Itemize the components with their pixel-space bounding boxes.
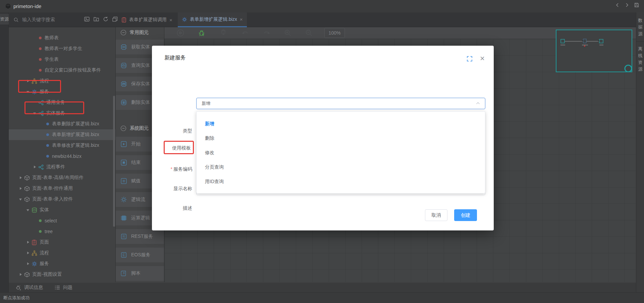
script-scroll-icon (120, 270, 127, 277)
document-red-icon (32, 240, 37, 245)
tree-item[interactable]: 学生表 (9, 54, 115, 65)
package-icon (24, 272, 30, 277)
problems-list-icon (54, 285, 60, 291)
tab-form-extend-logic-call[interactable]: 表单扩展逻辑调用 × (117, 12, 176, 27)
chevron-down-icon[interactable] (26, 208, 30, 212)
palette-item-eos-service[interactable]: EEOS服务 (116, 248, 164, 262)
tree-item-page-group[interactable]: 页面-表单-高级/布局组件 (9, 172, 115, 183)
search-input[interactable]: 输入关键字搜索 (13, 16, 80, 24)
status-message: 断点添加成功 (3, 295, 30, 301)
end-stop-icon (120, 159, 127, 166)
collapse-circle-icon[interactable] (120, 30, 126, 36)
zoom-out-icon[interactable] (305, 29, 314, 38)
tree-item-bizx[interactable]: newbiz44.bizx (9, 151, 115, 162)
chevron-right-icon[interactable] (19, 186, 23, 190)
dropdown-option-add[interactable]: 新增 (197, 117, 485, 131)
gear-blue-icon (182, 17, 187, 22)
annotation-box-services (18, 80, 61, 93)
compute-chip-icon (120, 215, 127, 221)
zoom-level-indicator[interactable]: 100% (324, 28, 345, 38)
collapse-circle-icon[interactable] (120, 125, 126, 131)
tree-item[interactable]: 教师表 (9, 33, 115, 43)
new-folder-icon[interactable] (93, 16, 99, 22)
step-debug-icon[interactable] (219, 29, 228, 38)
chevron-right-icon[interactable] (26, 240, 30, 244)
save-icon[interactable] (634, 2, 639, 8)
tree-item-pages[interactable]: 页面 (9, 237, 115, 248)
panel-tab-datasource[interactable]: 数据源 (636, 14, 644, 40)
tree-item-page-group[interactable]: 页面-表单-录入控件 (9, 194, 115, 205)
tab-form-add-extend-logic[interactable]: 表单新增扩展逻辑.bizx × (178, 12, 247, 27)
zoom-in-icon[interactable] (284, 29, 292, 38)
tree-item[interactable]: 教师表一对多学生 (9, 43, 115, 54)
template-dropdown-panel: 新增 删除 修改 分页查询 用ID查询 (196, 111, 485, 193)
tree-scrollbar[interactable] (113, 96, 115, 227)
cancel-button[interactable]: 取消 (425, 209, 447, 221)
eos-service-icon: E (120, 252, 127, 258)
package-icon (24, 186, 30, 191)
dropdown-option-modify[interactable]: 修改 (197, 145, 485, 160)
palette-section-common[interactable]: 常用图元 (116, 28, 164, 37)
tree-item-process2[interactable]: 流程 (9, 248, 115, 258)
tree-item-select[interactable]: select (9, 215, 115, 226)
tab-problems[interactable]: 问题 (54, 285, 72, 291)
sidebar-tab-resources[interactable]: 资源 (0, 14, 9, 25)
chevron-down-icon[interactable] (19, 197, 23, 201)
chevron-right-icon[interactable] (26, 251, 30, 255)
annotation-box-entity-services (24, 101, 84, 114)
tree-item-bizx[interactable]: 表单删除扩展逻辑.bizx (9, 119, 115, 129)
dropdown-option-query-by-id[interactable]: 用ID查询 (197, 174, 485, 189)
chevron-up-icon[interactable] (476, 101, 480, 105)
fullscreen-expand-icon[interactable] (467, 56, 473, 62)
tree-item-process-events[interactable]: 流程事件 (9, 162, 115, 172)
tree-item-page-view-settings[interactable]: 页面-视图设置 (9, 269, 115, 280)
debug-info-icon (15, 285, 21, 291)
history-forward-icon[interactable] (625, 3, 629, 7)
palette-item-rest-service[interactable]: RREST服务 (116, 229, 164, 244)
history-back-icon[interactable] (615, 3, 620, 7)
tree-item[interactable]: 自定义窗口操作按钮及事件 (9, 65, 115, 76)
search-placeholder: 输入关键字搜索 (22, 17, 55, 23)
tree-item-page-group[interactable]: 页面-表单-控件通用 (9, 183, 115, 194)
close-tab-icon[interactable]: × (169, 17, 172, 23)
database-icon (32, 207, 37, 213)
app-title: primeton-ide (13, 3, 41, 9)
package-icon (24, 175, 30, 181)
right-rail: 数据源 离线资源 (636, 12, 644, 294)
entity-red-dot-icon (39, 69, 42, 72)
tree-item-bizx-selected[interactable]: 表单新增扩展逻辑.bizx (9, 129, 115, 140)
run-icon[interactable] (176, 29, 185, 38)
panel-tab-offline-resources[interactable]: 离线资源 (636, 43, 644, 75)
entity-red-dot-icon (39, 37, 42, 39)
left-rail: 资源 (0, 12, 9, 294)
minimap[interactable] (556, 30, 632, 72)
palette-item-script[interactable]: 脚本 (116, 266, 164, 281)
chevron-right-icon[interactable] (19, 176, 23, 180)
bizx-blue-dot-icon (46, 144, 49, 147)
chevron-right-icon[interactable] (33, 165, 37, 169)
redo-icon[interactable] (263, 29, 271, 38)
template-select[interactable]: 新增 (196, 98, 485, 109)
dropdown-option-delete[interactable]: 删除 (197, 131, 485, 145)
description-label: 描述 (152, 205, 192, 211)
debug-bug-icon[interactable] (198, 29, 206, 38)
tree-item-entity[interactable]: 实体 (9, 205, 115, 215)
chevron-right-icon[interactable] (19, 272, 23, 276)
tab-label: 表单新增扩展逻辑.bizx (190, 16, 237, 23)
bizx-blue-dot-icon (46, 155, 49, 158)
document-red-icon (121, 17, 126, 23)
tab-debug-info[interactable]: 调试信息 (15, 285, 43, 291)
chevron-right-icon[interactable] (26, 262, 30, 266)
tree-item-bizx[interactable]: 表单修改扩展逻辑.bizx (9, 140, 115, 151)
refresh-icon[interactable] (103, 16, 109, 22)
undo-icon[interactable] (241, 29, 250, 38)
close-tab-icon[interactable]: × (240, 16, 243, 22)
dropdown-option-paged-query[interactable]: 分页查询 (197, 160, 485, 174)
tree-item-tree[interactable]: tree (9, 226, 115, 237)
export-image-icon[interactable] (84, 16, 90, 22)
tree-item-services2[interactable]: 服务 (9, 258, 115, 269)
gear-icon (32, 261, 37, 267)
create-button[interactable]: 创建 (454, 209, 477, 221)
close-icon[interactable]: × (480, 54, 485, 63)
chip-delete-entity-icon (120, 99, 127, 106)
